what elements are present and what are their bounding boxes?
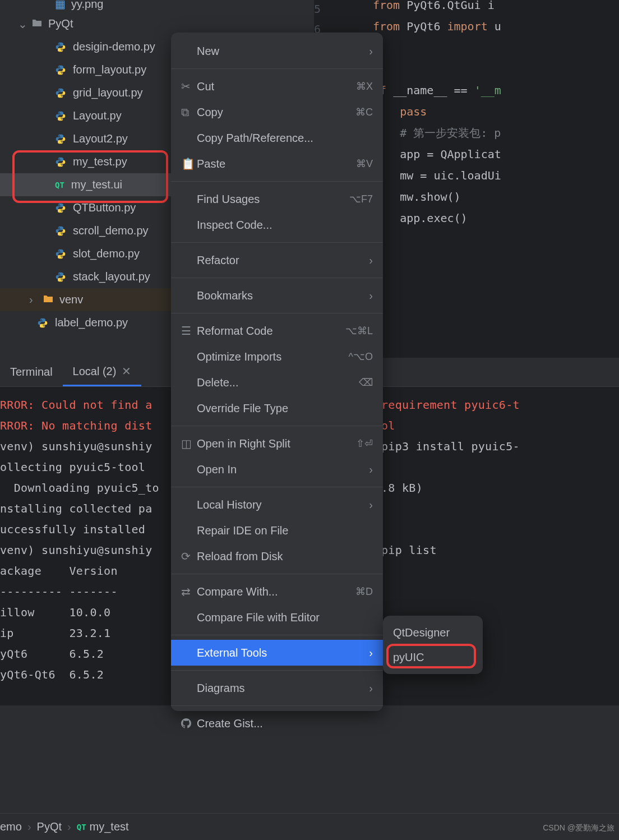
submenu-pyuic[interactable]: pyUIC [383, 645, 483, 670]
tree-file[interactable]: QTButton.py [0, 196, 171, 219]
menu-compare-with[interactable]: ⇄Compare With...⌘D [171, 579, 383, 604]
chevron-right-icon: › [29, 293, 39, 306]
tree-file[interactable]: desigin-demo.py [0, 35, 171, 58]
delete-icon: ⌫ [359, 376, 373, 389]
file-label: Layout.py [73, 109, 122, 122]
menu-reload-disk[interactable]: ⟳Reload from Disk [171, 543, 383, 569]
chevron-right-icon: › [369, 647, 373, 659]
tree-file[interactable]: scroll_demo.py [0, 219, 171, 242]
tree-folder-pyqt[interactable]: ⌄ PyQt [0, 12, 171, 35]
menu-separator [171, 426, 383, 426]
menu-open-in[interactable]: Open In› [171, 456, 383, 482]
tree-file[interactable]: slot_demo.py [0, 242, 171, 265]
github-icon [181, 718, 197, 728]
menu-compare-editor[interactable]: Compare File with Editor [171, 604, 383, 630]
file-label: my_test.ui [71, 178, 122, 191]
python-icon [55, 156, 66, 168]
menu-separator [171, 68, 383, 69]
python-icon [55, 110, 66, 122]
breadcrumb: emo › PyQt › QT my_test [0, 813, 619, 840]
folder-label: PyQt [48, 17, 73, 30]
menu-create-gist[interactable]: Create Gist... [171, 710, 383, 736]
menu-separator [171, 705, 383, 706]
menu-refactor[interactable]: Refactor› [171, 247, 383, 273]
scissors-icon: ✂ [181, 80, 197, 93]
tree-file[interactable]: stack_layout.py [0, 265, 171, 288]
external-tools-submenu: QtDesigner pyUIC [383, 616, 483, 674]
file-label: Layout2.py [73, 132, 128, 145]
tab-label: Local (2) [73, 365, 117, 378]
python-icon [37, 317, 48, 329]
file-label: stack_layout.py [73, 270, 150, 283]
python-icon [55, 41, 66, 53]
menu-delete[interactable]: Delete...⌫ [171, 370, 383, 395]
tree-file[interactable]: Layout.py [0, 104, 171, 127]
menu-separator [171, 181, 383, 182]
code-content: from PyQt6.QtGui i from PyQt6 import u i… [373, 0, 501, 229]
menu-copy-path[interactable]: Copy Path/Reference... [171, 125, 383, 151]
file-label: grid_layout.py [73, 86, 143, 99]
compare-icon: ⇄ [181, 585, 197, 598]
tree-file[interactable]: grid_layout.py [0, 81, 171, 104]
menu-local-history[interactable]: Local History› [171, 492, 383, 518]
menu-external-tools[interactable]: External Tools› [171, 640, 383, 666]
python-icon [55, 64, 66, 76]
menu-reformat[interactable]: ☰Reformat Code⌥⌘L [171, 318, 383, 344]
submenu-label: pyUIC [393, 651, 424, 664]
file-label: label_demo.py [55, 316, 128, 329]
context-menu: New› ✂Cut⌘X ⧉Copy⌘C Copy Path/Reference.… [171, 33, 383, 711]
python-icon [55, 202, 66, 214]
crumb[interactable]: emo [0, 820, 22, 833]
menu-find-usages[interactable]: Find Usages⌥F7 [171, 186, 383, 212]
menu-open-right-split[interactable]: ◫Open in Right Split⇧⏎ [171, 431, 383, 456]
copy-icon: ⧉ [181, 106, 197, 119]
file-label: desigin-demo.py [73, 40, 155, 53]
reload-icon: ⟳ [181, 550, 197, 563]
tree-file-yy[interactable]: ▦ yy.png [0, 0, 171, 12]
python-icon [55, 87, 66, 99]
line-number: 5 [314, 2, 321, 16]
menu-diagrams[interactable]: Diagrams› [171, 675, 383, 701]
terminal-tab[interactable]: Terminal [0, 358, 63, 386]
tree-file[interactable]: form_layout.py [0, 58, 171, 81]
split-icon: ◫ [181, 437, 197, 450]
crumb-sep-icon: › [67, 820, 71, 833]
python-icon [55, 133, 66, 145]
menu-inspect-code[interactable]: Inspect Code... [171, 212, 383, 238]
python-icon [55, 248, 66, 260]
menu-separator [171, 487, 383, 487]
crumb[interactable]: my_test [90, 820, 129, 833]
menu-separator [171, 635, 383, 635]
chevron-right-icon: › [369, 254, 373, 267]
menu-override-filetype[interactable]: Override File Type [171, 395, 383, 421]
chevron-right-icon: › [369, 289, 373, 302]
menu-copy[interactable]: ⧉Copy⌘C [171, 99, 383, 125]
terminal-output[interactable]: requirement pyuic6-t ol pip3 install pyu… [381, 387, 520, 561]
terminal-output[interactable]: RROR: Could not find a RROR: No matching… [0, 387, 159, 685]
tab-label: Terminal [10, 366, 53, 379]
qt-icon: QT [77, 823, 86, 832]
submenu-qtdesigner[interactable]: QtDesigner [383, 620, 483, 645]
tree-file[interactable]: label_demo.py [0, 311, 171, 334]
file-label: QTButton.py [73, 201, 136, 214]
tree-file[interactable]: my_test.py [0, 150, 171, 173]
menu-optimize-imports[interactable]: Optimize Imports^⌥O [171, 344, 383, 370]
menu-bookmarks[interactable]: Bookmarks› [171, 283, 383, 308]
chevron-right-icon: › [369, 682, 373, 695]
close-icon[interactable]: ✕ [122, 364, 131, 378]
menu-new[interactable]: New› [171, 38, 383, 64]
menu-repair-ide[interactable]: Repair IDE on File [171, 518, 383, 543]
tree-folder-venv[interactable]: › venv [0, 288, 171, 311]
submenu-label: QtDesigner [393, 626, 450, 639]
menu-cut[interactable]: ✂Cut⌘X [171, 73, 383, 99]
menu-paste[interactable]: 📋Paste⌘V [171, 151, 383, 177]
tree-file[interactable]: QTmy_test.ui [0, 173, 171, 196]
file-tree-panel: ▦ yy.png ⌄ PyQt desigin-demo.pyform_layo… [0, 0, 171, 358]
terminal-tab-active[interactable]: Local (2) ✕ [63, 358, 142, 386]
crumb[interactable]: PyQt [37, 820, 62, 833]
watermark-text: CSDN @爱勤海之旅 [543, 823, 615, 833]
tree-file[interactable]: Layout2.py [0, 127, 171, 150]
menu-separator [171, 670, 383, 671]
chevron-right-icon: › [369, 499, 373, 511]
align-icon: ☰ [181, 324, 197, 338]
